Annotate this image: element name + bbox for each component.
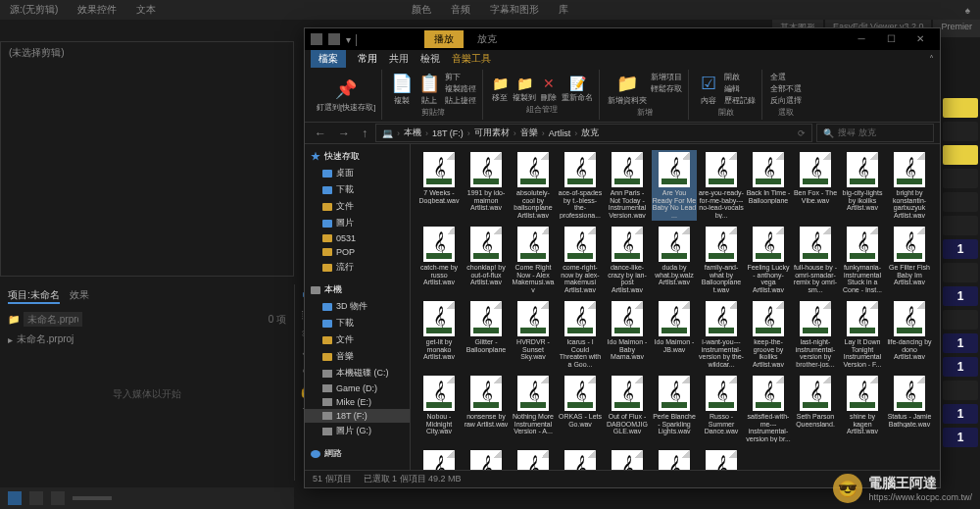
file-item[interactable]: 𝄞Wanted - Anton Vlasov.wav <box>652 448 697 470</box>
thumb[interactable]: 1 <box>943 357 978 377</box>
file-item[interactable]: 𝄞Status - Jamie Bathgate.wav <box>887 374 932 444</box>
file-item[interactable]: 𝄞Are You Ready For Me Baby No Lead ... <box>652 150 697 221</box>
nav-this-pc[interactable]: 本機 <box>305 281 410 298</box>
file-item[interactable]: 𝄞shine by kagen Artlist.wav <box>840 374 885 444</box>
nav-item[interactable]: 文件 <box>305 331 410 348</box>
file-item[interactable]: 𝄞Nothing More Instrumental Version - A..… <box>511 374 556 444</box>
paste-icon[interactable]: 📋 <box>417 72 441 95</box>
maximize-button[interactable]: ☐ <box>877 30 905 48</box>
file-item[interactable]: 𝄞1991 by ido-maimon Artlist.wav <box>464 150 509 221</box>
audio-tab[interactable]: 音频 <box>451 3 470 17</box>
file-item[interactable]: 𝄞Ge Filter Fish Baby Im Artlist.wav <box>887 225 932 295</box>
file-item[interactable]: 𝄞get-lit by monako Artlist.wav <box>416 299 462 370</box>
thumb[interactable] <box>943 216 978 235</box>
thumb[interactable] <box>943 263 978 282</box>
icon-view-icon[interactable] <box>29 491 43 505</box>
source-tab[interactable]: 源:(无剪辑) <box>10 3 58 17</box>
nav-drive[interactable]: 本機磁碟 (C:) <box>305 365 410 382</box>
thumb[interactable] <box>943 310 978 330</box>
ribbon-view[interactable]: 檢視 <box>420 52 440 66</box>
thumb[interactable] <box>943 192 978 212</box>
nav-quick-access[interactable]: 快速存取 <box>305 148 410 165</box>
newfolder-icon[interactable]: 📁 <box>615 72 639 95</box>
nav-item[interactable]: 音樂 <box>305 348 410 365</box>
file-list[interactable]: 𝄞7 Weeks - Dogbeat.wav𝄞1991 by ido-maimo… <box>411 144 940 470</box>
nav-network[interactable]: 網路 <box>305 445 410 462</box>
file-item[interactable]: 𝄞Ido Maimon - JB.wav <box>652 299 697 370</box>
search-box[interactable]: 🔍 搜尋 放克 <box>816 124 934 142</box>
text-tab[interactable]: 文本 <box>136 3 156 17</box>
forward-button[interactable]: → <box>334 127 354 140</box>
nav-item[interactable]: 下載 <box>305 181 410 198</box>
file-item[interactable]: 𝄞we-are-good-now by alex-makem <box>699 448 744 470</box>
open-button[interactable]: 開啟 <box>724 72 756 82</box>
nav-drive[interactable]: Game (D:) <box>305 382 410 395</box>
project-tab[interactable]: 项目:未命名 <box>8 288 60 304</box>
file-item[interactable]: 𝄞Seth Parson Queensland. <box>793 374 838 444</box>
ribbon-collapse-icon[interactable]: ˄ <box>929 54 934 65</box>
file-item[interactable]: 𝄞funkymania-instrumental Stuck in a Cone… <box>840 225 885 295</box>
file-item[interactable]: 𝄞chonklap! by out-of-flux Artlist.wav <box>464 225 509 295</box>
ribbon-home[interactable]: 常用 <box>358 52 377 66</box>
file-item[interactable]: 𝄞Perle Blanche - Sparkling Lights.wav <box>652 374 697 444</box>
back-button[interactable]: ← <box>311 127 330 140</box>
file-item[interactable]: 𝄞Feeling Lucky - anthony-vega Artlist.wa… <box>746 225 791 295</box>
file-item[interactable]: 𝄞Uptown Getdown - Milano.wav <box>605 448 650 470</box>
thumb[interactable]: 1 <box>943 428 978 447</box>
file-item[interactable]: 𝄞Glitter - Balloonplane <box>464 299 509 370</box>
file-item[interactable]: 𝄞7 Weeks - Dogbeat.wav <box>416 150 462 221</box>
file-item[interactable]: 𝄞full-house by -omri-smadar-remix by omr… <box>793 225 838 295</box>
file-item[interactable]: 𝄞Russo - Summer Dance.wav <box>699 374 744 444</box>
thumb[interactable]: 1 <box>943 404 978 424</box>
file-item[interactable]: 𝄞Top Gun Disco - John Coggins.wav <box>558 448 603 470</box>
qat-icon[interactable] <box>328 33 340 45</box>
captions-tab[interactable]: 字幕和图形 <box>490 3 539 17</box>
file-item[interactable]: 𝄞Steve Poloni - Zombie Funk.wav <box>416 448 462 470</box>
freeform-view-icon[interactable] <box>51 491 65 505</box>
edit-button[interactable]: 編輯 <box>724 83 756 94</box>
effects-tab[interactable]: 效果 <box>70 288 89 304</box>
nav-item[interactable]: POP <box>305 245 410 259</box>
nav-pane[interactable]: 快速存取 桌面 下載 文件 圖片 0531 POP 流行 本機 3D 物件 下載… <box>305 144 411 470</box>
selectall-button[interactable]: 全選 <box>770 72 802 82</box>
nav-item[interactable]: 3D 物件 <box>305 298 410 315</box>
file-item[interactable]: 𝄞i-want-you---instrumental-version by th… <box>699 299 744 370</box>
bin-chevron-icon[interactable]: ▸ <box>8 334 13 345</box>
color-tab[interactable]: 颜色 <box>412 3 431 17</box>
nav-drive[interactable]: Mike (E:) <box>305 395 410 409</box>
file-item[interactable]: 𝄞dance-like-crazy by ian-post Artlist.wa… <box>605 225 650 295</box>
file-item[interactable]: 𝄞The Bounce - Ben Fox.wav <box>511 448 556 470</box>
file-item[interactable]: 𝄞duda by what.by.walz Artlist.wav <box>652 225 697 295</box>
moveto-icon[interactable]: 📁 <box>491 75 509 92</box>
help-icon[interactable]: ♠ <box>965 5 970 16</box>
nav-item[interactable]: 0531 <box>305 231 410 245</box>
pasteshortcut-button[interactable]: 貼上捷徑 <box>445 95 476 106</box>
file-item[interactable]: 𝄞Ann Paris - Not Today - Instrumental Ve… <box>605 150 650 221</box>
thumb[interactable] <box>943 169 978 188</box>
nav-item[interactable]: 圖片 <box>305 215 410 231</box>
list-view-icon[interactable] <box>8 491 22 505</box>
rename-icon[interactable]: 📝 <box>568 75 586 92</box>
file-item[interactable]: 𝄞last-night-instrumental-version by brot… <box>793 299 838 370</box>
file-item[interactable]: 𝄞catch-me by russo Artlist.wav <box>416 225 462 295</box>
file-item[interactable]: 𝄞Back In Time - Balloonplane <box>746 150 791 221</box>
nav-item[interactable]: 下載 <box>305 315 410 331</box>
file-item[interactable]: 𝄞Nobou - Midnight City.wav <box>416 374 462 444</box>
file-item[interactable]: 𝄞absolutely-cool by ballsonplane Artlist… <box>511 150 556 221</box>
delete-icon[interactable]: ✕ <box>540 75 558 92</box>
file-item[interactable]: 𝄞life-dancing by dono Artlist.wav <box>887 299 932 370</box>
file-item[interactable]: 𝄞are-you-ready-for-me-baby---no-lead-voc… <box>699 150 744 221</box>
file-item[interactable]: 𝄞Come Right Now - Alex Makemusi.wav <box>511 225 556 295</box>
context-tab[interactable]: 播放 <box>424 30 464 48</box>
thumb[interactable]: 1 <box>943 239 978 259</box>
titlebar[interactable]: ▾ │ 播放 放克 ─ ☐ ✕ <box>305 28 940 50</box>
file-item[interactable]: 𝄞HVRDVR - Sunset Sky.wav <box>511 299 556 370</box>
file-item[interactable]: 𝄞Ben Fox - The Vibe.wav <box>793 150 838 221</box>
file-item[interactable]: 𝄞come-right-now by alex-makemusi Artlist… <box>558 225 603 295</box>
thumb[interactable] <box>943 98 978 118</box>
bin-name[interactable]: 未命名.prproj <box>17 332 74 346</box>
copy-icon[interactable]: 📄 <box>390 72 414 95</box>
file-item[interactable]: 𝄞ace-of-spades by t.-bless-the-professio… <box>558 150 603 221</box>
file-item[interactable]: 𝄞Icarus - I Could Threaten with a Goo... <box>558 299 603 370</box>
cut-button[interactable]: 剪下 <box>445 72 476 82</box>
